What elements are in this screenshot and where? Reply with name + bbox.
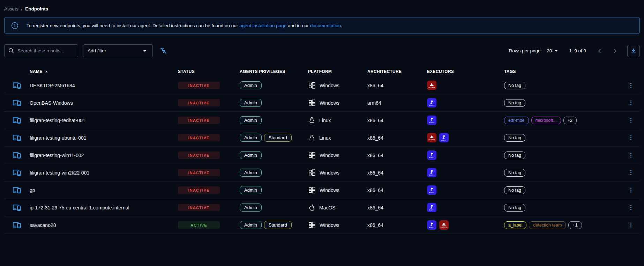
sort-ascending-icon [44, 69, 49, 74]
row-menu-button[interactable] [628, 152, 634, 159]
toolbar: Add filter Rows per page: 20 1–9 of 9 [4, 44, 640, 57]
row-menu-button[interactable] [628, 169, 634, 176]
endpoint-devices-icon [12, 133, 22, 142]
platform-name: Windows [320, 170, 339, 176]
endpoint-name: DESKTOP-2M61684 [30, 83, 178, 88]
tag-chip: No tag [504, 82, 525, 89]
search-field[interactable] [4, 44, 78, 57]
tag-chip: No tag [504, 152, 525, 159]
row-menu-button[interactable] [628, 204, 634, 211]
row-menu-button[interactable] [628, 99, 634, 106]
banner-text-middle: and in our [286, 23, 310, 28]
search-input[interactable] [17, 48, 70, 53]
tag-chip: No tag [504, 169, 525, 177]
platform-name: Windows [320, 187, 339, 193]
endpoint-name: filigran-testing-ubuntu-001 [30, 135, 178, 141]
header-tags: TAGS [504, 69, 617, 74]
caldera-executor-icon: CALDERA [427, 133, 436, 142]
platform-name: Windows [320, 222, 339, 228]
table-row[interactable]: filigran-testing-ubuntu-001INACTIVEAdmin… [4, 129, 640, 147]
add-filter-label: Add filter [88, 48, 106, 53]
status-badge: INACTIVE [178, 186, 220, 194]
endpoint-devices-icon [12, 98, 22, 108]
rows-per-page-select[interactable]: 20 [547, 48, 559, 54]
endpoint-name: filigran-testing-win11-002 [30, 153, 178, 158]
kebab-menu-icon [628, 204, 634, 211]
kebab-menu-icon [628, 134, 634, 141]
export-button[interactable] [627, 45, 640, 57]
endpoint-devices-icon [12, 203, 22, 212]
endpoint-name: savacano28 [30, 222, 178, 228]
table-row[interactable]: filigran-testing-win11-002INACTIVEAdminW… [4, 147, 640, 164]
kebab-menu-icon [628, 99, 634, 106]
row-menu-button[interactable] [628, 221, 634, 229]
platform-name: MacOS [319, 205, 336, 210]
platform-name: Windows [320, 83, 339, 88]
endpoint-name: filigran-testing-redhat-001 [30, 118, 178, 123]
header-architecture: ARCHITECTURE [367, 69, 427, 74]
chevron-down-icon [141, 47, 148, 54]
info-banner-text: To register new endpoints, you will need… [27, 23, 342, 28]
architecture-value: x86_64 [367, 170, 427, 176]
table-row[interactable]: gpINACTIVEAdminWindowsx86_64AGENTNo tag [4, 182, 640, 199]
endpoint-devices-icon [12, 220, 22, 230]
endpoint-devices-icon [12, 150, 22, 160]
privilege-chip: Admin [240, 204, 262, 212]
download-icon [630, 47, 637, 54]
windows-icon [308, 186, 316, 194]
tag-chip: edr-mde [504, 117, 529, 124]
table-row[interactable]: OpenBAS-WindowsINACTIVEAdminWindowsarm64… [4, 94, 640, 112]
architecture-value: x86_64 [367, 187, 427, 193]
table-row[interactable]: DESKTOP-2M61684INACTIVEAdminWindowsx86_6… [4, 77, 640, 94]
table-row[interactable]: ip-172-31-29-75.eu-central-1.compute.int… [4, 199, 640, 216]
architecture-value: x86_64 [367, 83, 427, 88]
rows-per-page-value: 20 [547, 48, 552, 53]
row-menu-button[interactable] [628, 186, 634, 194]
breadcrumb-endpoints: Endpoints [25, 6, 48, 12]
info-icon [11, 22, 19, 30]
clear-filters-button[interactable] [159, 46, 168, 55]
search-icon [8, 47, 15, 54]
row-menu-button[interactable] [628, 117, 634, 124]
table-row[interactable]: filigran-testing-win2k22-001INACTIVEAdmi… [4, 164, 640, 182]
table-row[interactable]: filigran-testing-redhat-001INACTIVEAdmin… [4, 112, 640, 129]
tag-chip: No tag [504, 99, 525, 107]
agent-executor-icon: AGENT [427, 185, 436, 195]
banner-text-before: To register new endpoints, you will need… [27, 23, 239, 28]
previous-page-button[interactable] [594, 46, 605, 56]
endpoint-devices-icon [12, 185, 22, 195]
architecture-value: arm64 [367, 100, 427, 106]
info-banner: To register new endpoints, you will need… [4, 17, 640, 34]
next-page-button[interactable] [610, 46, 620, 56]
status-badge: INACTIVE [178, 99, 220, 106]
breadcrumb-assets[interactable]: Assets [4, 6, 18, 12]
agent-executor-icon: AGENT [427, 150, 436, 160]
tag-chip: +1 [568, 221, 582, 229]
status-badge: INACTIVE [178, 82, 220, 89]
row-menu-button[interactable] [628, 134, 634, 141]
pagination-range: 1–9 of 9 [569, 48, 586, 53]
documentation-link[interactable]: documentation [310, 23, 341, 28]
tag-chip: No tag [504, 134, 525, 142]
privilege-chip: Standard [264, 134, 292, 142]
privilege-chip: Admin [240, 116, 262, 124]
kebab-menu-icon [628, 117, 634, 124]
add-filter-select[interactable]: Add filter [83, 44, 153, 57]
apple-icon [308, 204, 316, 212]
kebab-menu-icon [628, 186, 634, 194]
status-badge: ACTIVE [178, 221, 220, 229]
agent-executor-icon: AGENT [427, 98, 436, 108]
breadcrumb-separator: / [21, 6, 23, 12]
header-name[interactable]: NAME [30, 69, 178, 74]
row-menu-button[interactable] [628, 82, 634, 89]
table-row[interactable]: savacano28ACTIVEAdminStandardWindowsx86_… [4, 216, 640, 234]
architecture-value: x86_64 [367, 222, 427, 228]
agent-installation-link[interactable]: agent installation page [239, 23, 286, 28]
status-badge: INACTIVE [178, 152, 220, 159]
tag-chip: No tag [504, 186, 525, 194]
endpoints-table: NAME STATUS AGENTS PRIVILEGES PLATFORM A… [4, 66, 640, 234]
architecture-value: x86_64 [367, 153, 427, 158]
chevron-down-icon [553, 48, 559, 54]
architecture-value: x86_64 [367, 118, 427, 123]
agent-executor-icon: AGENT [439, 133, 449, 142]
